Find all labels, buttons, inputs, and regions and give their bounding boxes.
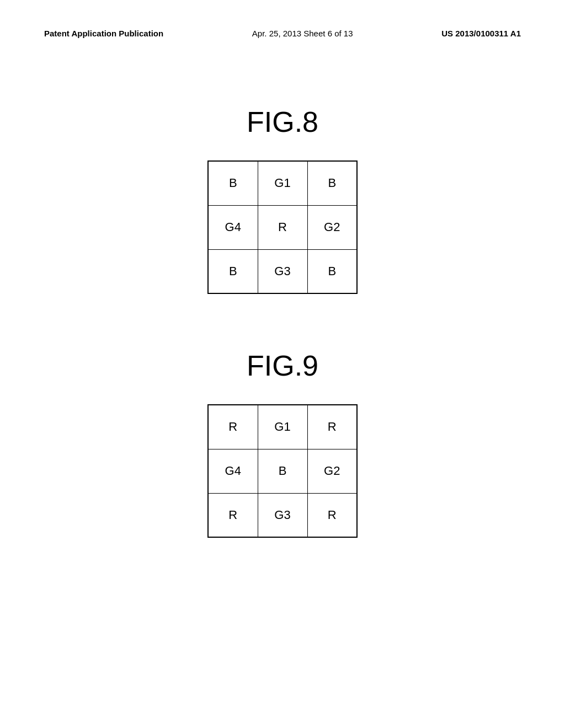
figure-9-grid: R G1 R G4 B G2 R G3 R — [207, 404, 358, 538]
cell-2-2: R — [307, 493, 357, 537]
main-content: FIG.8 B G1 B G4 R G2 B G3 B — [0, 39, 565, 593]
header-date-sheet: Apr. 25, 2013 Sheet 6 of 13 — [252, 28, 353, 39]
cell-1-0: G4 — [208, 449, 258, 493]
figure-8-title: FIG.8 — [247, 105, 318, 138]
cell-2-1: G3 — [258, 493, 307, 537]
cell-0-0: R — [208, 405, 258, 449]
cell-2-2: B — [307, 249, 357, 293]
cell-1-0: G4 — [208, 205, 258, 249]
table-row: B G1 B — [208, 161, 357, 205]
header-publication-label: Patent Application Publication — [44, 28, 163, 39]
cell-0-1: G1 — [258, 405, 307, 449]
header-patent-number: US 2013/0100311 A1 — [441, 28, 521, 39]
cell-0-2: R — [307, 405, 357, 449]
cell-0-0: B — [208, 161, 258, 205]
figure-8-section: FIG.8 B G1 B G4 R G2 B G3 B — [207, 105, 358, 294]
table-row: R G1 R — [208, 405, 357, 449]
cell-1-1: R — [258, 205, 307, 249]
cell-0-1: G1 — [258, 161, 307, 205]
table-row: R G3 R — [208, 493, 357, 537]
cell-1-1: B — [258, 449, 307, 493]
table-row: G4 B G2 — [208, 449, 357, 493]
page-header: Patent Application Publication Apr. 25, … — [0, 0, 565, 39]
cell-1-2: G2 — [307, 205, 357, 249]
cell-0-2: B — [307, 161, 357, 205]
table-row: G4 R G2 — [208, 205, 357, 249]
table-row: B G3 B — [208, 249, 357, 293]
cell-2-0: B — [208, 249, 258, 293]
figure-8-grid: B G1 B G4 R G2 B G3 B — [207, 160, 358, 294]
figure-9-title: FIG.9 — [247, 349, 318, 382]
cell-1-2: G2 — [307, 449, 357, 493]
cell-2-1: G3 — [258, 249, 307, 293]
cell-2-0: R — [208, 493, 258, 537]
figure-9-section: FIG.9 R G1 R G4 B G2 R G3 R — [207, 349, 358, 538]
